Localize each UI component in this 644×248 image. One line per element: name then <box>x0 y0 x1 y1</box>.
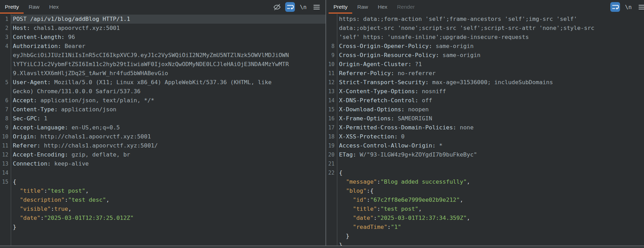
code-line[interactable]: 15{ <box>0 177 325 186</box>
tab-hex[interactable]: Hex <box>373 0 393 14</box>
code-line[interactable]: "readTime":"1" <box>326 223 644 232</box>
line-content: Access-Control-Allow-Origin: * <box>337 141 644 150</box>
line-number: 15 <box>0 177 11 186</box>
line-number: 14 <box>0 168 11 177</box>
code-line[interactable]: 13X-Content-Type-Options: nosniff <box>326 87 644 96</box>
line-number: 5 <box>0 78 11 87</box>
line-number: 7 <box>0 105 11 114</box>
line-content: { <box>337 168 644 177</box>
request-panel: Pretty Raw Hex <box>0 0 325 248</box>
code-line[interactable]: Gecko) Chrome/131.0.0.0 Safari/537.36 <box>0 87 325 96</box>
code-line[interactable]: "description":"test desc", <box>0 195 325 205</box>
code-line[interactable]: 17X-Permitted-Cross-Domain-Policies: non… <box>326 123 644 132</box>
line-number: 22 <box>326 168 337 177</box>
menu-icon[interactable] <box>312 2 321 12</box>
code-line[interactable]: 14 <box>0 168 325 177</box>
line-number: 20 <box>326 150 337 159</box>
code-line[interactable]: 14X-DNS-Prefetch-Control: off <box>326 96 644 105</box>
code-line[interactable]: 20ETag: W/"93-ILGW4z9g+kZOYgdI7b9buFkeBy… <box>326 150 644 159</box>
code-line[interactable]: 9Cross-Origin-Resource-Policy: same-orig… <box>326 51 644 60</box>
code-line[interactable]: 8Cross-Origin-Opener-Policy: same-origin <box>326 42 644 51</box>
code-line[interactable]: data:;object-src 'none';script-src 'self… <box>326 24 644 33</box>
code-line[interactable]: "date":"2025-03-01T12:37:34.359Z", <box>326 214 644 223</box>
line-content: "title":"test post", <box>11 186 325 195</box>
code-line[interactable]: } <box>0 223 325 232</box>
tab-pretty[interactable]: Pretty <box>329 0 352 14</box>
code-line[interactable]: "title":"test post", <box>0 186 325 195</box>
response-code[interactable]: https: data:;form-action 'self';frame-an… <box>326 14 644 248</box>
code-line[interactable]: 21 <box>326 159 644 168</box>
response-tab-bar: Pretty Raw Hex Render <box>326 0 644 14</box>
code-line[interactable]: "date":"2025-03-01T12:37:25.012Z" <box>0 214 325 223</box>
word-wrap-icon[interactable] <box>285 2 295 12</box>
code-line[interactable]: 11Referer: http://chals1.apoorvctf.xyz:5… <box>0 141 325 150</box>
code-line[interactable]: "message":"Blog added successfully", <box>326 177 644 186</box>
tab-hex[interactable]: Hex <box>44 0 64 14</box>
code-line[interactable]: "title":"test post", <box>326 205 644 214</box>
line-number <box>0 69 11 78</box>
code-line[interactable]: 19Access-Control-Allow-Origin: * <box>326 141 644 150</box>
code-line[interactable]: 1POST /api/v1/blog/addBlog HTTP/1.1 <box>0 15 325 24</box>
code-line[interactable]: 7Content-Type: application/json <box>0 105 325 114</box>
code-line[interactable]: 'self' https: 'unsafe-inline';upgrade-in… <box>326 33 644 42</box>
line-content <box>337 159 644 168</box>
line-number: 2 <box>0 24 11 33</box>
line-number <box>0 186 11 195</box>
code-line[interactable]: 9Accept-Language: en-US,en;q=0.5 <box>0 123 325 132</box>
line-content: Host: chals1.apoorvctf.xyz:5001 <box>11 24 325 33</box>
line-number <box>326 223 337 232</box>
code-line[interactable]: 5User-Agent: Mozilla/5.0 (X11; Linux x86… <box>0 78 325 87</box>
code-line[interactable]: 18X-XSS-Protection: 0 <box>326 132 644 141</box>
word-wrap-icon[interactable] <box>610 2 620 12</box>
line-number: 10 <box>326 60 337 69</box>
request-code[interactable]: 1POST /api/v1/blog/addBlog HTTP/1.12Host… <box>0 14 325 248</box>
eye-off-icon[interactable] <box>272 2 282 12</box>
line-content: Cross-Origin-Resource-Policy: same-origi… <box>337 51 644 60</box>
code-line[interactable]: 10Origin: http://chals1.apoorvctf.xyz:50… <box>0 132 325 141</box>
code-line[interactable]: } <box>326 232 644 241</box>
code-line[interactable]: 6Accept: application/json, text/plain, *… <box>0 96 325 105</box>
code-line[interactable]: 3Content-Length: 96 <box>0 33 325 42</box>
code-line[interactable]: eyJhbGciOiJIUzI1NiIsInR5cCI6IkpXVCJ9.eyJ… <box>0 51 325 60</box>
line-content: Accept: application/json, text/plain, */… <box>11 96 325 105</box>
menu-icon[interactable] <box>637 2 644 12</box>
line-number: 9 <box>326 51 337 60</box>
code-line[interactable]: 15X-Download-Options: noopen <box>326 105 644 114</box>
code-line[interactable]: lYTYiLCJ1c2VybmFtZSI6Im11c2hyb29tIiwiaWF… <box>0 60 325 69</box>
line-number: 17 <box>326 123 337 132</box>
code-line[interactable]: 12Accept-Encoding: gzip, deflate, br <box>0 150 325 159</box>
panel-splitter[interactable] <box>325 0 326 248</box>
code-line[interactable]: https: data:;form-action 'self';frame-an… <box>326 15 644 24</box>
code-line[interactable]: "blog":{ <box>326 186 644 195</box>
line-number <box>0 205 11 214</box>
line-number: 14 <box>326 96 337 105</box>
code-line[interactable]: 8Sec-GPC: 1 <box>0 114 325 123</box>
line-number <box>0 214 11 223</box>
line-number: 21 <box>326 159 337 168</box>
line-content: } <box>337 232 644 241</box>
line-number <box>326 33 337 42</box>
code-line[interactable]: 10Origin-Agent-Cluster: ?1 <box>326 60 644 69</box>
code-line[interactable]: 2Host: chals1.apoorvctf.xyz:5001 <box>0 24 325 33</box>
line-content: X-DNS-Prefetch-Control: off <box>337 96 644 105</box>
code-line[interactable]: 12Strict-Transport-Security: max-age=315… <box>326 78 644 87</box>
code-line[interactable]: "visible":true, <box>0 205 325 214</box>
tab-raw[interactable]: Raw <box>24 0 44 14</box>
line-content: Content-Type: application/json <box>11 105 325 114</box>
code-line[interactable]: 9.XlavsltXX6mHljZDq2S_tAwrW_hr4fud5bWHAB… <box>0 69 325 78</box>
line-content: Cross-Origin-Opener-Policy: same-origin <box>337 42 644 51</box>
line-number <box>0 195 11 205</box>
line-content: 9.XlavsltXX6mHljZDq2S_tAwrW_hr4fud5bWHAB… <box>11 69 325 78</box>
code-line[interactable]: 16X-Frame-Options: SAMEORIGIN <box>326 114 644 123</box>
tab-raw[interactable]: Raw <box>352 0 373 14</box>
code-line[interactable]: 4Authorization: Bearer <box>0 42 325 51</box>
code-line[interactable]: "id":"67c2ff8e6e7999ee02b9e212", <box>326 195 644 205</box>
code-line[interactable]: 22{ <box>326 168 644 177</box>
code-line[interactable]: 11Referrer-Policy: no-referrer <box>326 69 644 78</box>
tab-pretty[interactable]: Pretty <box>0 0 24 14</box>
code-line[interactable]: 13Connection: keep-alive <box>0 159 325 168</box>
newline-icon[interactable]: \n <box>624 2 633 12</box>
line-content: "date":"2025-03-01T12:37:25.012Z" <box>11 214 325 223</box>
line-number: 12 <box>0 150 11 159</box>
newline-icon[interactable]: \n <box>298 2 308 12</box>
